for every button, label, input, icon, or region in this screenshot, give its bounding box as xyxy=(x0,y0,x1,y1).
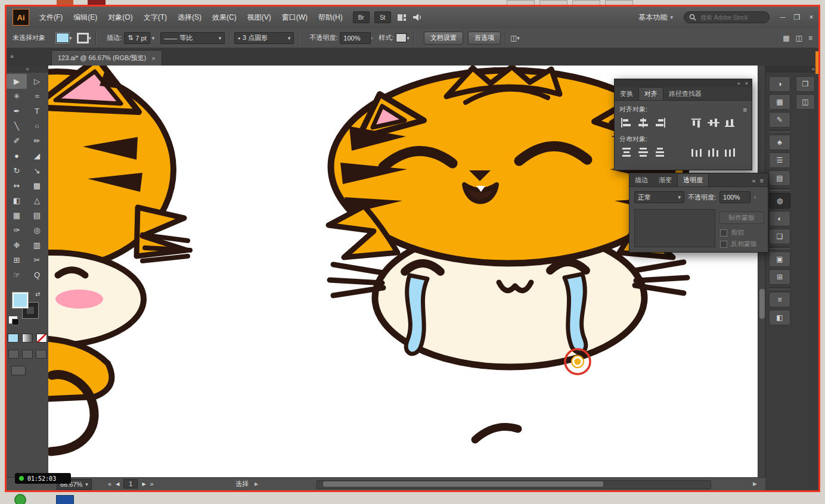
workspace-switcher[interactable]: 基本功能 ▾ xyxy=(634,11,678,24)
stock-search[interactable] xyxy=(684,11,770,23)
hand-tool[interactable]: ☞ xyxy=(7,267,27,282)
gradient-panel-icon[interactable]: ▤ xyxy=(769,170,790,186)
expand-panel-icon[interactable]: » xyxy=(752,177,755,184)
make-mask-button[interactable]: 制作蒙版 xyxy=(719,211,764,224)
default-fill-stroke-icon[interactable] xyxy=(8,316,18,324)
perspective-grid-tool[interactable]: △ xyxy=(27,193,47,208)
align-bottom-button[interactable] xyxy=(722,116,739,129)
libraries-panel-icon[interactable]: ❐ xyxy=(796,76,815,92)
shape-builder-tool[interactable]: ◧ xyxy=(7,193,27,208)
chevron-down-icon[interactable]: ▾ xyxy=(517,35,520,41)
align-top-button[interactable] xyxy=(688,116,705,129)
menu-object[interactable]: 对象(O) xyxy=(103,7,138,28)
menu-icon[interactable]: ≡ xyxy=(808,34,812,42)
columns-view-icon[interactable]: ◫ xyxy=(796,34,802,42)
layers-panel-icon[interactable]: ▣ xyxy=(769,251,790,267)
dock-collapse-strip[interactable]: « xyxy=(765,66,818,73)
tab-stroke[interactable]: 描边 xyxy=(629,174,653,186)
menu-type[interactable]: 文字(T) xyxy=(138,7,172,28)
magic-wand-tool[interactable]: ✳ xyxy=(7,89,27,104)
direct-selection-tool[interactable]: ▷ xyxy=(27,74,47,89)
transparency-panel-icon[interactable]: ◍ xyxy=(769,193,790,209)
maximize-button[interactable]: ❐ xyxy=(790,7,804,28)
orange-panel-tab[interactable] xyxy=(815,51,818,74)
chevron-down-icon[interactable]: ▾ xyxy=(89,35,92,41)
blend-mode-dropdown[interactable]: 正常 ▾ xyxy=(634,191,684,203)
menu-view[interactable]: 视图(V) xyxy=(242,7,277,28)
align-horizontal-center-button[interactable] xyxy=(635,116,652,129)
transparency-opacity-field[interactable]: 100% xyxy=(719,191,750,203)
rotate-tool[interactable]: ↻ xyxy=(7,163,27,178)
color-button[interactable] xyxy=(8,334,18,343)
width-tool[interactable]: ↭ xyxy=(7,178,27,193)
tab-transform[interactable]: 变换 xyxy=(615,88,638,100)
distribute-left-button[interactable] xyxy=(688,146,705,159)
appearance-panel-icon[interactable]: ◐ xyxy=(769,211,790,226)
previous-artboard-icon[interactable]: ◀ xyxy=(116,481,119,487)
chevron-right-icon[interactable]: › xyxy=(754,194,756,200)
fill-swatch[interactable] xyxy=(12,292,29,309)
ellipse-tool[interactable]: ○ xyxy=(27,119,47,133)
graphic-styles-panel-icon[interactable]: ❏ xyxy=(769,229,790,244)
chevron-right-icon[interactable]: › xyxy=(371,35,373,41)
gradient-button[interactable] xyxy=(22,334,33,343)
links-panel-icon[interactable]: ◫ xyxy=(796,94,815,110)
invert-mask-checkbox[interactable] xyxy=(720,241,727,248)
tab-transparency[interactable]: 透明度 xyxy=(677,173,709,186)
brush-definition-dropdown[interactable]: • 3 点圆形 ▾ xyxy=(234,32,294,44)
lasso-tool[interactable]: ≈ xyxy=(27,89,47,104)
blob-brush-tool[interactable]: ● xyxy=(7,148,27,163)
artboard-number-field[interactable]: 1 xyxy=(123,479,138,489)
type-tool[interactable]: T xyxy=(27,104,47,119)
artboards-panel-icon[interactable]: ⊞ xyxy=(769,269,790,285)
distribute-horizontal-center-button[interactable] xyxy=(705,146,722,159)
stroke-panel-icon[interactable]: ☰ xyxy=(769,153,790,168)
distribute-bottom-button[interactable] xyxy=(652,146,668,159)
panel-menu-icon[interactable]: ≡ xyxy=(743,106,747,113)
free-transform-tool[interactable]: ▩ xyxy=(27,178,47,193)
fill-color-swatch[interactable] xyxy=(56,33,69,43)
paintbrush-tool[interactable]: ✐ xyxy=(7,133,27,148)
color-panel-icon[interactable]: ◑ xyxy=(769,76,790,92)
close-button[interactable]: × xyxy=(804,7,818,28)
horizontal-scrollbar-thumb[interactable] xyxy=(323,481,603,487)
document-tab[interactable]: 123.ai* @ 66.67% (RGB/预览) × xyxy=(51,50,162,66)
vertical-scrollbar-thumb[interactable] xyxy=(759,289,765,319)
style-swatch[interactable] xyxy=(396,33,407,42)
panel-menu-icon[interactable]: ≡ xyxy=(760,177,764,184)
mesh-tool[interactable]: ▦ xyxy=(7,208,27,223)
symbols-panel-icon[interactable]: ♣ xyxy=(769,135,790,150)
gradient-tool[interactable]: ▤ xyxy=(27,208,47,223)
tab-gradient[interactable]: 渐变 xyxy=(653,174,677,186)
width-profile-dropdown[interactable]: —— 等比 ▾ xyxy=(160,32,225,44)
bridge-button[interactable]: Br xyxy=(353,11,370,23)
pen-tool[interactable]: ✒ xyxy=(7,104,27,119)
tools-collapse-strip[interactable]: « xyxy=(7,66,48,73)
pencil-tool[interactable]: ✏ xyxy=(27,133,47,148)
clip-checkbox[interactable] xyxy=(720,229,727,237)
zoom-tool[interactable]: Q xyxy=(27,267,47,282)
stroke-weight-field[interactable]: ⇅ 7 pt xyxy=(124,32,150,44)
menu-help[interactable]: 帮助(H) xyxy=(313,7,348,28)
menu-window[interactable]: 窗口(W) xyxy=(277,7,313,28)
screen-mode-button[interactable] xyxy=(36,350,46,359)
chevron-down-icon[interactable]: ▾ xyxy=(152,35,155,41)
brushes-panel-icon[interactable]: ✎ xyxy=(769,112,790,127)
preferences-button[interactable]: 首选项 xyxy=(468,32,501,45)
menu-file[interactable]: 文件(F) xyxy=(34,7,68,28)
recorder-app-icon[interactable] xyxy=(14,494,26,504)
screen-mode-button[interactable] xyxy=(22,350,33,359)
align-panel-icon[interactable]: ≡ xyxy=(769,292,790,307)
panel-options-icon[interactable]: ◫ xyxy=(510,34,517,42)
swatches-panel-icon[interactable]: ▦ xyxy=(769,94,790,110)
swap-fill-stroke-icon[interactable]: ⇄ xyxy=(35,291,40,297)
first-artboard-icon[interactable]: « xyxy=(108,480,111,487)
arrange-documents-icon[interactable] xyxy=(397,14,407,21)
search-input[interactable] xyxy=(699,14,764,21)
align-left-button[interactable] xyxy=(618,116,635,129)
chevron-down-icon[interactable]: ▾ xyxy=(407,35,410,41)
next-artboard-icon[interactable]: ▶ xyxy=(142,481,145,487)
screen-mode-button[interactable] xyxy=(8,350,19,359)
eraser-tool[interactable]: ◢ xyxy=(27,148,47,163)
pathfinder-panel-icon[interactable]: ◧ xyxy=(769,310,790,325)
